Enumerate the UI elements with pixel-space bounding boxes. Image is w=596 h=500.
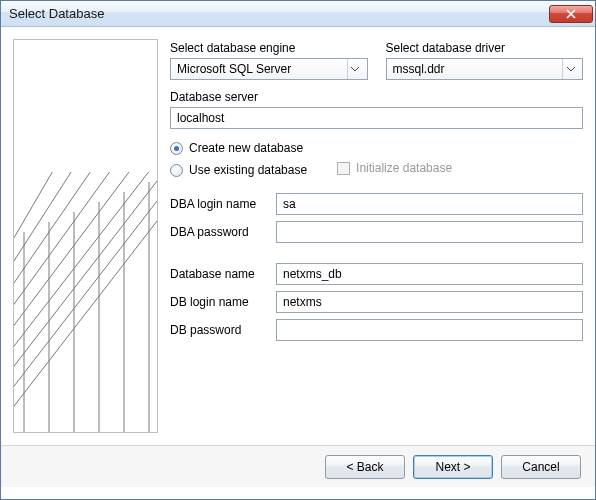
checkbox-initialize[interactable]: [337, 162, 350, 175]
server-label: Database server: [170, 90, 583, 104]
db-name-input[interactable]: netxms_db: [276, 263, 583, 285]
server-input[interactable]: localhost: [170, 107, 583, 129]
dba-login-input[interactable]: sa: [276, 193, 583, 215]
engine-combobox[interactable]: Microsoft SQL Server: [170, 58, 368, 80]
chevron-down-icon: [347, 59, 363, 79]
dba-password-input[interactable]: [276, 221, 583, 243]
close-button[interactable]: [549, 5, 593, 23]
radio-create-label: Create new database: [189, 141, 303, 155]
dba-login-label: DBA login name: [170, 197, 276, 211]
window-title: Select Database: [9, 6, 549, 21]
db-login-label: DB login name: [170, 295, 276, 309]
radio-create-new[interactable]: [170, 142, 183, 155]
driver-value: mssql.ddr: [393, 62, 563, 76]
db-password-input[interactable]: [276, 319, 583, 341]
engine-value: Microsoft SQL Server: [177, 62, 347, 76]
dialog-window: Select Database Select database engi: [0, 0, 596, 500]
radio-use-existing[interactable]: [170, 164, 183, 177]
form-area: Select database engine Microsoft SQL Ser…: [170, 39, 583, 433]
titlebar: Select Database: [1, 1, 595, 27]
content-area: Select database engine Microsoft SQL Ser…: [1, 27, 595, 445]
driver-label: Select database driver: [386, 41, 584, 55]
engine-label: Select database engine: [170, 41, 368, 55]
wizard-sidebar-image: [13, 39, 158, 433]
cancel-button[interactable]: Cancel: [501, 455, 581, 479]
close-icon: [566, 9, 576, 19]
button-bar: < Back Next > Cancel: [1, 445, 595, 487]
radio-existing-label: Use existing database: [189, 163, 307, 177]
building-illustration-icon: [14, 172, 158, 432]
chevron-down-icon: [562, 59, 578, 79]
db-login-input[interactable]: netxms: [276, 291, 583, 313]
db-name-label: Database name: [170, 267, 276, 281]
checkbox-initialize-label: Initialize database: [356, 161, 452, 175]
driver-combobox[interactable]: mssql.ddr: [386, 58, 584, 80]
dba-password-label: DBA password: [170, 225, 276, 239]
back-button[interactable]: < Back: [325, 455, 405, 479]
next-button[interactable]: Next >: [413, 455, 493, 479]
db-password-label: DB password: [170, 323, 276, 337]
